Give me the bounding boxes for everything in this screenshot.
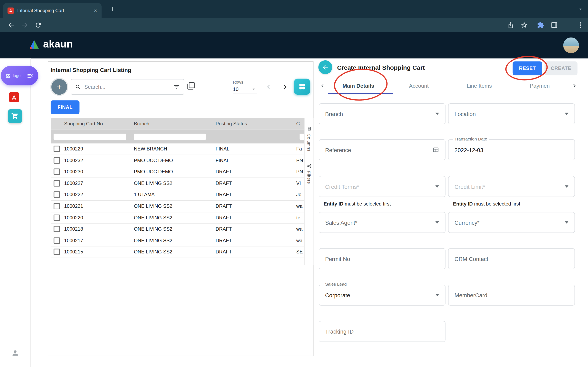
reload-icon[interactable]	[35, 21, 42, 29]
permit-no-field[interactable]: Permit No	[319, 248, 445, 269]
transaction-date-field[interactable]: Transaction Date 2022-12-03	[448, 139, 575, 160]
row-checkbox[interactable]	[54, 146, 60, 152]
user-avatar[interactable]	[563, 38, 579, 53]
support-person-icon[interactable]	[11, 349, 19, 357]
column-header-customer[interactable]: C	[296, 118, 304, 130]
brand-name: akaun	[43, 39, 73, 50]
row-checkbox[interactable]	[54, 226, 60, 232]
next-page-icon[interactable]	[281, 83, 289, 91]
customer-cell: te	[296, 212, 304, 224]
status-cell: DRAFT	[216, 224, 232, 235]
row-checkbox[interactable]	[54, 157, 60, 164]
filter-input-cart-no[interactable]	[54, 134, 126, 140]
tab-line-items[interactable]: Line Items	[449, 77, 509, 94]
table-row[interactable]: 1000222 1 UTAMA DRAFT Jo	[51, 189, 304, 201]
reference-field[interactable]: Reference	[319, 139, 445, 160]
customer-cell: VI	[296, 178, 304, 189]
logo-alt-text: logo	[13, 73, 20, 78]
shopping-cart-applet-button[interactable]	[8, 109, 22, 123]
row-checkbox[interactable]	[54, 192, 60, 198]
sales-agent-field[interactable]: Sales Agent*	[319, 212, 445, 233]
customer-cell: PN	[296, 166, 304, 178]
location-field[interactable]: Location	[448, 103, 575, 124]
final-filter-button[interactable]: FINAL	[51, 100, 79, 114]
browser-tab[interactable]: Internal Shopping Cart ×	[3, 3, 102, 18]
filter-input-branch[interactable]	[134, 134, 206, 140]
tab-close-icon[interactable]: ×	[94, 8, 97, 13]
search-icon	[75, 84, 81, 90]
side-panel-icon[interactable]	[550, 21, 558, 29]
member-card-field[interactable]: MemberCard	[448, 285, 575, 306]
row-checkbox[interactable]	[54, 169, 60, 175]
search-input[interactable]	[84, 84, 170, 90]
branch-cell: PMO UCC DEMO	[134, 155, 173, 166]
chevron-down-icon	[435, 185, 439, 188]
menu-kebab-icon[interactable]	[577, 21, 584, 29]
back-button[interactable]	[318, 60, 332, 74]
row-checkbox[interactable]	[54, 203, 60, 209]
credit-terms-field-label: Credit Terms*	[325, 183, 359, 190]
row-checkbox[interactable]	[54, 215, 60, 221]
table-row[interactable]: 1000218 ONE LIVING SS2 DRAFT wa	[51, 224, 304, 235]
credit-terms-field[interactable]: Credit Terms*	[319, 176, 445, 197]
grid-view-button[interactable]	[294, 79, 310, 95]
extensions-puzzle-icon[interactable]	[537, 21, 545, 29]
columns-side-tab[interactable]: Columns	[307, 126, 311, 151]
previous-page-icon[interactable]	[264, 83, 273, 91]
forward-icon[interactable]	[21, 21, 29, 29]
crm-contact-field-label: CRM Contact	[454, 256, 488, 262]
status-cell: DRAFT	[216, 178, 232, 189]
reset-button[interactable]: RESET	[513, 61, 542, 75]
row-checkbox[interactable]	[54, 180, 60, 186]
duplicate-pages-icon[interactable]	[187, 82, 195, 90]
new-tab-button[interactable]: +	[108, 5, 117, 13]
branch-cell: ONE LIVING SS2	[134, 224, 172, 235]
bookmark-star-icon[interactable]	[520, 21, 528, 29]
branch-cell: ONE LIVING SS2	[134, 235, 172, 247]
table-row[interactable]: 1000221 ONE LIVING SS2 DRAFT wa	[51, 201, 304, 212]
tab-account[interactable]: Account	[389, 77, 449, 94]
row-checkbox[interactable]	[54, 249, 60, 255]
share-icon[interactable]	[507, 21, 515, 29]
status-cell: DRAFT	[216, 235, 232, 247]
table-row[interactable]: 1000217 ONE LIVING SS2 DRAFT wa	[51, 235, 304, 247]
broken-image-icon	[5, 73, 11, 78]
customer-cell: SE	[296, 247, 304, 258]
tracking-id-field[interactable]: Tracking ID	[319, 321, 445, 342]
column-header-cart-no[interactable]: Shopping Cart No	[64, 118, 103, 130]
tabs-scroll-right-icon[interactable]	[571, 82, 578, 89]
permit-no-field-label: Permit No	[325, 256, 350, 262]
tabs-scroll-left-icon[interactable]	[319, 82, 326, 89]
column-header-branch[interactable]: Branch	[134, 118, 149, 130]
columns-icon	[307, 126, 311, 131]
create-button[interactable]: CREATE	[545, 61, 578, 75]
row-checkbox[interactable]	[54, 237, 60, 244]
table-row[interactable]: 1000215 ONE LIVING SS2 DRAFT SE	[51, 247, 304, 258]
filter-input-customer[interactable]	[300, 134, 304, 140]
crm-contact-field[interactable]: CRM Contact	[448, 248, 575, 269]
filters-tab-label: Filters	[307, 171, 311, 184]
sidebar-menu-toggle[interactable]: logo	[1, 66, 38, 85]
tab-main-details[interactable]: Main Details	[328, 77, 389, 94]
credit-limit-field[interactable]: Credit Limit*	[448, 176, 575, 197]
currency-field[interactable]: Currency*	[448, 212, 575, 233]
back-icon[interactable]	[8, 21, 15, 29]
table-row[interactable]: 1000227 ONE LIVING SS2 DRAFT VI	[51, 178, 304, 189]
rows-select[interactable]: 10	[233, 85, 257, 94]
pdf-export-icon[interactable]	[9, 92, 19, 102]
add-cart-button[interactable]: +	[52, 79, 67, 95]
table-lookup-icon[interactable]	[432, 146, 439, 153]
column-header-posting-status[interactable]: Posting Status	[216, 118, 247, 130]
filters-side-tab[interactable]: Filters	[307, 164, 311, 184]
table-row[interactable]: 1000232 PMO UCC DEMO FINAL PN	[51, 155, 304, 166]
sales-lead-field[interactable]: Sales Lead Corporate	[319, 285, 445, 306]
menu-open-icon	[26, 72, 34, 79]
filter-list-icon[interactable]	[173, 83, 180, 90]
tab-payment[interactable]: Paymen	[510, 77, 570, 94]
status-cell: DRAFT	[216, 201, 232, 212]
branch-field[interactable]: Branch	[319, 103, 445, 124]
table-row[interactable]: 1000220 ONE LIVING SS2 DRAFT te	[51, 212, 304, 224]
table-row[interactable]: 1000229 NEW BRANCH FINAL Fa	[51, 143, 304, 155]
table-row[interactable]: 1000230 PMO UCC DEMO DRAFT PN	[51, 166, 304, 178]
tab-search-chevron-icon[interactable]	[578, 6, 583, 12]
